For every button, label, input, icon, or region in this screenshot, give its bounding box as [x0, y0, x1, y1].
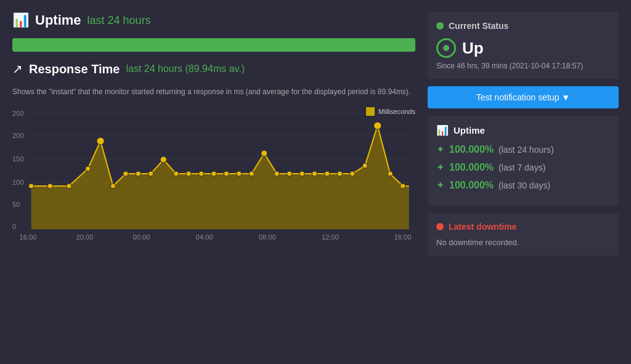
bar-chart-icon: 📊 — [12, 12, 29, 28]
svg-point-27 — [224, 171, 229, 176]
uptime-row-7d: ✦ 100.000% (last 7 days) — [436, 161, 610, 173]
svg-text:150: 150 — [12, 155, 24, 163]
svg-point-16 — [86, 166, 91, 171]
svg-point-22 — [160, 156, 166, 163]
svg-point-35 — [325, 171, 330, 176]
response-time-chart: 250 200 150 100 50 0 — [12, 107, 415, 243]
current-status-title: Current Status — [449, 21, 508, 31]
svg-marker-12 — [31, 126, 409, 229]
response-time-icon: ↗ — [12, 62, 23, 76]
uptime-row-24h: ✦ 100.000% (last 24 hours) — [436, 144, 610, 155]
svg-point-28 — [237, 171, 242, 176]
svg-point-14 — [47, 184, 52, 188]
test-notification-button[interactable]: Test notification setup ▼ — [428, 86, 619, 108]
uptime-pct-7d: 100.000% — [449, 162, 494, 173]
up-circle-icon — [436, 38, 456, 58]
current-status-card: Current Status Up Since 46 hrs, 39 mins … — [428, 12, 619, 79]
svg-text:00:00: 00:00 — [132, 233, 150, 241]
svg-text:20:00: 20:00 — [76, 233, 93, 241]
svg-text:08:00: 08:00 — [259, 233, 276, 241]
svg-point-32 — [287, 171, 292, 176]
left-panel: 📊 Uptime last 24 hours ↗ Response Time l… — [12, 12, 415, 352]
uptime-dot-24h: ✦ — [436, 144, 444, 155]
svg-point-21 — [149, 171, 153, 176]
latest-downtime-card: Latest downtime No downtime recorded. — [428, 213, 619, 256]
uptime-pct-30d: 100.000% — [449, 180, 494, 191]
status-up-row: Up — [436, 38, 610, 58]
svg-text:12:00: 12:00 — [322, 233, 339, 241]
svg-point-17 — [97, 137, 104, 145]
status-dot-green — [436, 22, 444, 30]
response-time-desc: Shows the "instant" that the monitor sta… — [12, 86, 415, 97]
response-time-header: ↗ Response Time last 24 hours (89.94ms a… — [12, 62, 415, 76]
uptime-period-7d: (last 7 days) — [499, 163, 545, 172]
svg-text:200: 200 — [12, 132, 24, 139]
response-time-title: Response Time — [29, 62, 120, 76]
current-status-header: Current Status — [436, 21, 610, 31]
uptime-header: 📊 Uptime last 24 hours — [12, 12, 415, 28]
uptime-bar-icon: 📊 — [436, 124, 449, 136]
status-up-text: Up — [462, 39, 484, 58]
svg-text:100: 100 — [12, 179, 24, 186]
svg-text:0: 0 — [12, 223, 16, 230]
uptime-title: Uptime — [35, 12, 81, 28]
svg-text:16:00: 16:00 — [19, 233, 36, 241]
uptime-subtitle: last 24 hours — [88, 14, 151, 27]
svg-text:50: 50 — [12, 201, 20, 208]
uptime-pct-24h: 100.000% — [449, 144, 494, 155]
downtime-dot-red — [436, 223, 444, 230]
svg-point-31 — [274, 171, 279, 176]
svg-point-34 — [312, 171, 317, 176]
uptime-row-30d: ✦ 100.000% (last 30 days) — [436, 179, 610, 191]
uptime-dot-30d: ✦ — [436, 179, 444, 191]
notify-btn-label: Test notification setup ▼ — [476, 92, 570, 102]
svg-point-13 — [29, 184, 34, 188]
svg-point-25 — [198, 171, 203, 176]
svg-point-29 — [249, 171, 254, 176]
svg-point-38 — [362, 163, 367, 168]
svg-text:16:00: 16:00 — [394, 233, 412, 241]
downtime-header: Latest downtime — [436, 222, 610, 232]
svg-point-36 — [337, 171, 342, 176]
uptime-dot-7d: ✦ — [436, 161, 444, 173]
svg-point-24 — [186, 171, 191, 176]
svg-point-39 — [374, 122, 381, 129]
chart-legend: Milliseconds — [366, 107, 415, 116]
svg-text:250: 250 — [12, 110, 24, 117]
svg-point-40 — [388, 171, 393, 176]
svg-point-37 — [350, 171, 355, 176]
uptime-stats-card: 📊 Uptime ✦ 100.000% (last 24 hours) ✦ 10… — [428, 116, 619, 206]
since-text: Since 46 hrs, 39 mins (2021-10-04 17:18:… — [436, 62, 610, 70]
svg-point-26 — [211, 171, 216, 176]
no-downtime-text: No downtime recorded. — [436, 238, 610, 247]
progress-bar-fill — [12, 38, 415, 52]
uptime-period-24h: (last 24 hours) — [499, 145, 553, 155]
response-time-subtitle: last 24 hours (89.94ms av.) — [126, 63, 245, 75]
uptime-period-30d: (last 30 days) — [499, 180, 550, 190]
legend-box — [366, 107, 375, 116]
chart-container: Milliseconds 250 200 150 100 50 0 — [12, 107, 415, 352]
svg-point-18 — [110, 184, 115, 188]
uptime-stats-title: 📊 Uptime — [436, 124, 610, 136]
main-container: 📊 Uptime last 24 hours ↗ Response Time l… — [0, 0, 631, 364]
svg-point-30 — [261, 150, 267, 156]
uptime-progress-bar — [12, 38, 415, 52]
up-inner-dot — [443, 45, 449, 51]
svg-point-33 — [299, 171, 304, 176]
downtime-title: Latest downtime — [449, 222, 516, 232]
right-panel: Current Status Up Since 46 hrs, 39 mins … — [428, 12, 619, 352]
legend-label: Milliseconds — [378, 108, 415, 115]
svg-text:04:00: 04:00 — [196, 233, 213, 241]
svg-point-15 — [67, 184, 71, 188]
svg-point-20 — [136, 171, 140, 176]
svg-point-23 — [174, 171, 179, 176]
svg-point-41 — [400, 184, 405, 188]
svg-point-19 — [123, 171, 128, 176]
